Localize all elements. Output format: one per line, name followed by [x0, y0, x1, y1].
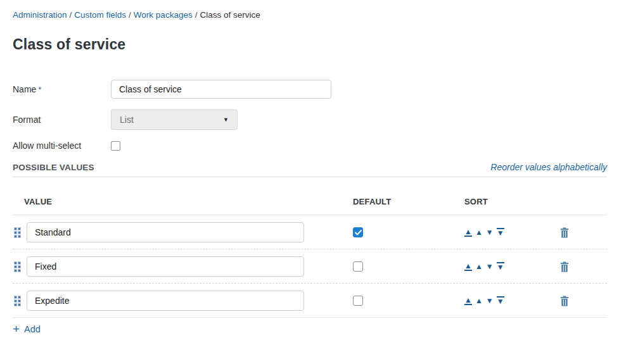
value-input[interactable] — [27, 291, 304, 311]
column-header-value: VALUE — [13, 197, 340, 206]
table-rows: ▲ ▲ ▼ ▼ — [13, 215, 607, 318]
sort-controls: ▲ ▲ ▼ ▼ — [464, 296, 507, 305]
table-row: ▲ ▲ ▼ ▼ — [13, 284, 607, 318]
sort-up-button[interactable]: ▲ — [475, 297, 483, 304]
default-checkbox[interactable] — [353, 227, 363, 237]
chevron-down-icon: ▼ — [223, 116, 229, 123]
add-label: Add — [24, 324, 41, 334]
trash-icon — [560, 261, 569, 272]
breadcrumb-link-custom-fields[interactable]: Custom fields — [74, 10, 126, 20]
sort-to-bottom-button[interactable]: ▼ — [497, 296, 504, 305]
drag-handle-icon[interactable] — [15, 296, 20, 306]
value-input[interactable] — [27, 256, 304, 277]
delete-value-button[interactable] — [560, 227, 569, 238]
value-cell — [13, 222, 340, 242]
multi-select-checkbox[interactable] — [111, 141, 120, 151]
page-container: Administration/Custom fields/Work packag… — [0, 0, 619, 334]
sort-to-top-button[interactable]: ▲ — [464, 296, 472, 305]
breadcrumb-current: Class of service — [200, 10, 260, 20]
sort-controls: ▲ ▲ ▼ ▼ — [464, 262, 507, 271]
breadcrumb-separator: / — [126, 10, 134, 20]
sort-cell: ▲ ▲ ▼ ▼ — [452, 296, 607, 306]
name-form-row: Name* — [13, 80, 607, 99]
format-label: Format — [13, 115, 111, 125]
delete-value-button[interactable] — [560, 296, 569, 306]
multi-select-label: Allow multi-select — [13, 141, 111, 151]
name-input[interactable] — [111, 80, 331, 99]
sort-controls: ▲ ▲ ▼ ▼ — [464, 228, 507, 237]
value-cell — [13, 256, 340, 277]
default-checkbox[interactable] — [353, 261, 363, 272]
plus-icon: + — [13, 325, 20, 334]
column-header-default: DEFAULT — [340, 197, 452, 206]
reorder-alphabetically-link[interactable]: Reorder values alphabetically — [490, 162, 607, 172]
sort-to-bottom-button[interactable]: ▼ — [497, 228, 504, 237]
format-select-value: List — [120, 115, 134, 125]
drag-handle-icon[interactable] — [15, 228, 20, 237]
sort-down-button[interactable]: ▼ — [486, 263, 494, 270]
delete-value-button[interactable] — [560, 261, 569, 272]
page-title: Class of service — [13, 36, 607, 53]
breadcrumb-link-administration[interactable]: Administration — [13, 10, 67, 20]
sort-up-button[interactable]: ▲ — [475, 263, 483, 270]
add-row: + Add — [13, 318, 607, 334]
required-marker: * — [38, 85, 41, 94]
possible-values-header: POSSIBLE VALUES Reorder values alphabeti… — [13, 162, 607, 177]
multi-select-form-row: Allow multi-select — [13, 141, 607, 151]
sort-cell: ▲ ▲ ▼ ▼ — [452, 227, 607, 238]
sort-down-button[interactable]: ▼ — [486, 229, 494, 236]
trash-icon — [560, 296, 569, 306]
sort-cell: ▲ ▲ ▼ ▼ — [452, 261, 607, 272]
sort-down-button[interactable]: ▼ — [486, 297, 494, 304]
breadcrumb-link-work-packages[interactable]: Work packages — [134, 10, 193, 20]
format-form-row: Format List ▼ — [13, 110, 607, 130]
sort-up-button[interactable]: ▲ — [475, 229, 483, 236]
sort-to-top-button[interactable]: ▲ — [464, 228, 472, 237]
sort-to-bottom-button[interactable]: ▼ — [497, 262, 504, 271]
column-header-sort: SORT — [452, 197, 607, 206]
table-row: ▲ ▲ ▼ ▼ — [13, 249, 607, 284]
possible-values-title: POSSIBLE VALUES — [13, 163, 94, 172]
add-value-button[interactable]: + Add — [13, 324, 41, 334]
name-label-text: Name — [13, 84, 36, 94]
value-cell — [13, 291, 340, 311]
default-checkbox[interactable] — [353, 296, 363, 306]
default-cell — [340, 261, 452, 272]
breadcrumb: Administration/Custom fields/Work packag… — [13, 0, 607, 20]
drag-handle-icon[interactable] — [15, 262, 20, 272]
format-select[interactable]: List ▼ — [111, 110, 238, 130]
value-input[interactable] — [27, 222, 304, 242]
name-label: Name* — [13, 84, 111, 94]
possible-values-table: VALUE DEFAULT SORT ▲ ▲ ▼ ▼ — [13, 197, 607, 334]
checkmark-icon — [355, 230, 362, 235]
sort-to-top-button[interactable]: ▲ — [464, 262, 472, 271]
table-header-row: VALUE DEFAULT SORT — [13, 197, 607, 215]
breadcrumb-separator: / — [193, 10, 200, 20]
default-cell — [340, 227, 452, 237]
table-row: ▲ ▲ ▼ ▼ — [13, 215, 607, 249]
trash-icon — [560, 227, 569, 238]
custom-field-form: Name* Format List ▼ Allow multi-select — [13, 80, 607, 151]
default-cell — [340, 296, 452, 306]
breadcrumb-separator: / — [67, 10, 75, 20]
